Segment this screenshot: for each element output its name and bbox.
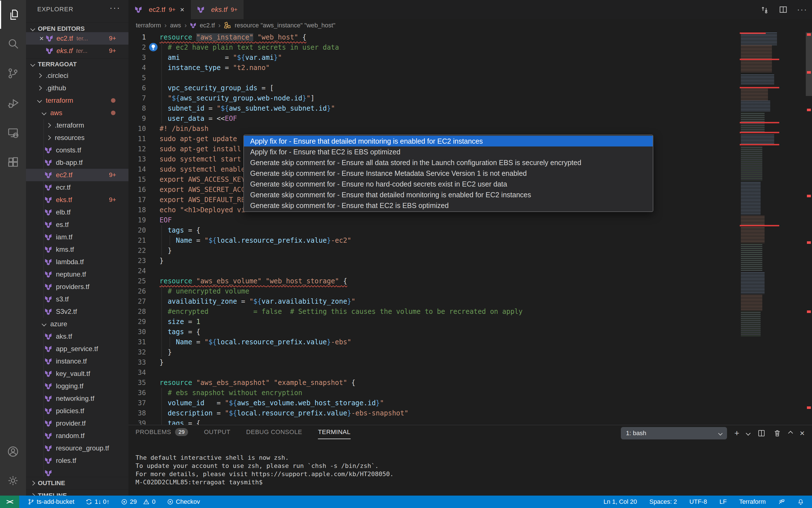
tree-item-azure[interactable]: azure <box>26 318 128 330</box>
tree-item-db-app.tf[interactable]: db-app.tf <box>26 156 128 169</box>
tab-eks.tf[interactable]: eks.tf9+ <box>191 0 244 19</box>
breadcrumb-item[interactable]: aws <box>170 22 181 29</box>
status-item-utf-8[interactable]: UTF-8 <box>689 498 707 505</box>
tree-item-kms.tf[interactable]: kms.tf <box>26 243 128 256</box>
tree-item-logging.tf[interactable]: logging.tf <box>26 380 128 392</box>
tree-item-es.tf[interactable]: es.tf <box>26 218 128 231</box>
panel-tab-output[interactable]: OUTPUT <box>204 428 230 439</box>
tree-item-resource_group.tf[interactable]: resource_group.tf <box>26 442 128 454</box>
minimap[interactable] <box>740 32 779 370</box>
tree-item-partial[interactable] <box>26 467 128 477</box>
timeline-header[interactable]: TIMELINE <box>26 490 128 496</box>
tree-item-elb.tf[interactable]: elb.tf <box>26 206 128 218</box>
person-icon[interactable] <box>778 498 785 505</box>
quick-fix-item[interactable]: Generate skip comment for - Ensure Insta… <box>244 168 653 179</box>
tree-item-roles.tf[interactable]: roles.tf <box>26 454 128 467</box>
close-panel-icon[interactable]: × <box>800 428 805 438</box>
open-editor-eks.tf[interactable]: eks.tfter...9+ <box>26 45 128 57</box>
tree-item-iam.tf[interactable]: iam.tf <box>26 231 128 243</box>
scrollbar-slider[interactable] <box>806 33 812 96</box>
status-item-ts-add-bucket[interactable]: ts-add-bucket <box>28 498 74 505</box>
activity-item-run-debug[interactable] <box>0 89 26 117</box>
status-item-spaces-2[interactable]: Spaces: 2 <box>649 498 677 505</box>
new-terminal-dropdown-icon[interactable] <box>746 431 751 436</box>
minimap-code-block <box>741 272 765 294</box>
tree-item-providers.tf[interactable]: providers.tf <box>26 281 128 293</box>
breadcrumb-symbol[interactable]: resource "aws_instance" "web_host" <box>235 22 335 29</box>
activity-item-extensions[interactable] <box>0 148 26 176</box>
terraform-file-icon <box>45 395 52 402</box>
panel-tab-problems[interactable]: PROBLEMS29 <box>135 428 188 439</box>
status-item-ln-1-col-20[interactable]: Ln 1, Col 20 <box>603 498 637 505</box>
terminal-selector[interactable]: 1: bash <box>621 427 727 439</box>
tree-item-.circleci[interactable]: .circleci <box>26 70 128 82</box>
tree-item-eks.tf[interactable]: eks.tf9+ <box>26 194 128 206</box>
chevron-down-icon <box>718 431 723 435</box>
tree-item-provider.tf[interactable]: provider.tf <box>26 417 128 429</box>
quick-fix-item[interactable]: Generate skip comment for - Ensure all d… <box>244 157 653 168</box>
code-line-3: ami = "${var.ami}" <box>160 52 282 62</box>
outline-header[interactable]: OUTLINE <box>26 477 128 489</box>
status-item-1-0-[interactable]: 1↓ 0↑ <box>86 498 110 505</box>
split-editor-icon[interactable] <box>778 5 788 14</box>
tree-item-random.tf[interactable]: random.tf <box>26 429 128 442</box>
tree-item-lambda.tf[interactable]: lambda.tf <box>26 256 128 268</box>
activity-item-account[interactable] <box>0 437 26 466</box>
kill-terminal-icon[interactable] <box>773 429 781 437</box>
status-item-lf[interactable]: LF <box>719 498 727 505</box>
tree-item-networking.tf[interactable]: networking.tf <box>26 392 128 405</box>
tree-item-aws[interactable]: aws <box>26 107 128 119</box>
tree-item-instance.tf[interactable]: instance.tf <box>26 355 128 368</box>
close-icon[interactable]: × <box>37 34 46 43</box>
workspace-header[interactable]: TERRAGOAT <box>26 58 128 70</box>
activity-item-settings[interactable] <box>0 467 26 495</box>
tree-item-s3.tf[interactable]: s3.tf <box>26 293 128 305</box>
activity-item-search[interactable] <box>0 29 26 57</box>
maximize-panel-icon[interactable] <box>788 431 793 436</box>
quick-fix-item[interactable]: Generate skip comment for - Ensure that … <box>244 200 653 211</box>
line-number: 38 <box>128 408 146 418</box>
split-terminal-icon[interactable] <box>757 429 766 437</box>
tree-item-consts.tf[interactable]: consts.tf <box>26 144 128 156</box>
activity-item-source-control[interactable] <box>0 59 26 87</box>
tree-item-aks.tf[interactable]: aks.tf <box>26 330 128 343</box>
sidebar-more-actions-icon[interactable]: ··· <box>110 3 121 12</box>
breadcrumb-item[interactable]: terraform <box>136 22 161 29</box>
bell-icon[interactable] <box>797 498 804 505</box>
quick-fix-lightbulb-icon[interactable] <box>149 43 158 51</box>
file-label: roles.tf <box>56 457 76 465</box>
quick-fix-item[interactable]: Generate skip comment for - Ensure that … <box>244 189 653 200</box>
activity-item-remote-explorer[interactable] <box>0 119 26 147</box>
tree-item-S3v2.tf[interactable]: S3v2.tf <box>26 305 128 318</box>
open-changes-icon[interactable] <box>760 5 769 14</box>
breadcrumb-item[interactable]: ec2.tf <box>200 22 215 29</box>
quick-fix-item[interactable]: Generate skip comment for - Ensure no ha… <box>244 179 653 189</box>
status-item-checkov[interactable]: Checkov <box>167 498 200 505</box>
status-item-29[interactable]: 290 <box>121 498 156 505</box>
quick-fix-item[interactable]: Apply fix for - Ensure that detailed mon… <box>244 136 653 146</box>
more-actions-icon[interactable]: ··· <box>797 5 808 14</box>
new-terminal-button[interactable]: + <box>734 428 739 438</box>
tree-item-neptune.tf[interactable]: neptune.tf <box>26 268 128 281</box>
panel-tab-debug-console[interactable]: DEBUG CONSOLE <box>246 428 302 439</box>
close-icon[interactable]: × <box>180 5 185 14</box>
open-editor-ec2.tf[interactable]: ×ec2.tfter...9+ <box>26 32 128 45</box>
activity-item-explorer[interactable] <box>0 1 27 29</box>
tree-item-resources[interactable]: resources <box>26 131 128 144</box>
tree-item-ec2.tf[interactable]: ec2.tf9+ <box>26 169 128 181</box>
tree-item-ecr.tf[interactable]: ecr.tf <box>26 181 128 194</box>
tree-item-app_service.tf[interactable]: app_service.tf <box>26 343 128 355</box>
tree-item-.terraform[interactable]: .terraform <box>26 119 128 131</box>
tree-item-.github[interactable]: .github <box>26 82 128 94</box>
panel-tab-terminal[interactable]: TERMINAL <box>318 428 351 439</box>
status-item-terraform[interactable]: Terraform <box>739 498 766 505</box>
tree-item-key_vault.tf[interactable]: key_vault.tf <box>26 368 128 380</box>
line-number: 23 <box>128 256 146 266</box>
tab-ec2.tf[interactable]: ec2.tf9+× <box>128 0 191 19</box>
remote-indicator[interactable]: >< <box>0 496 19 508</box>
editor-code-area[interactable]: resource "aws_instance" "web_host" { # e… <box>160 32 738 425</box>
terminal-output[interactable]: The default interactive shell is now zsh… <box>135 454 806 495</box>
tree-item-policies.tf[interactable]: policies.tf <box>26 405 128 417</box>
quick-fix-item[interactable]: Apply fix for - Ensure that EC2 is EBS o… <box>244 146 653 157</box>
tree-item-terraform[interactable]: terraform <box>26 94 128 107</box>
